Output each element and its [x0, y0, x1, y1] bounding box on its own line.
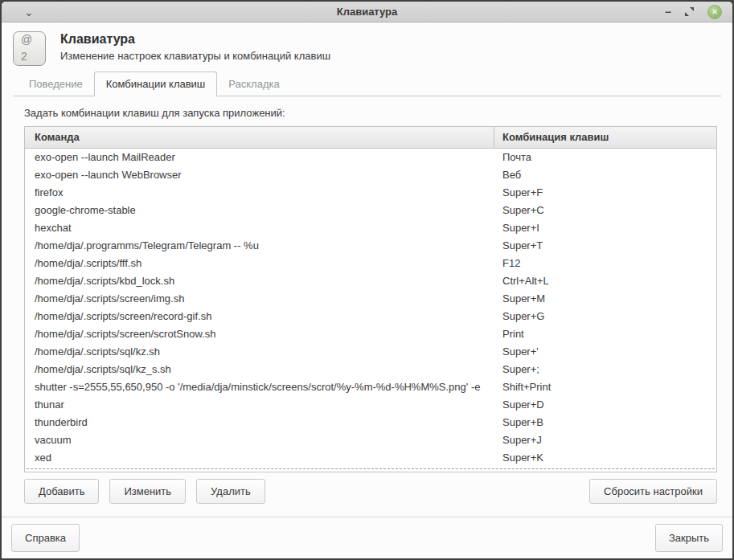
- command-cell: xed: [25, 449, 494, 467]
- keyboard-settings-window: ⌄ Клавиатура − ✕ @ 2 Клавиатура Изменени…: [0, 0, 734, 560]
- help-button[interactable]: Справка: [11, 524, 80, 552]
- command-cell: hexchat: [25, 219, 494, 237]
- tab-shortcuts[interactable]: Комбинации клавиш: [94, 72, 218, 96]
- command-cell: vacuum: [25, 431, 494, 449]
- key-icon-bottom-glyph: 2: [21, 50, 45, 64]
- command-cell: /home/dja/.programms/Telegram/Telegram -…: [25, 237, 494, 255]
- command-cell: exo-open --launch MailReader: [25, 149, 494, 166]
- table-actions: Добавить Изменить Удалить Сбросить настр…: [24, 479, 717, 504]
- table-row[interactable]: xedSuper+K: [25, 449, 716, 467]
- table-row[interactable]: thunarSuper+D: [25, 396, 716, 414]
- table-row[interactable]: /home/dja/.scripts/sql/kz_s.shSuper+;: [25, 361, 716, 378]
- command-cell: /home/dja/.scripts/screen/scrotSnow.sh: [25, 325, 494, 343]
- add-button[interactable]: Добавить: [24, 479, 99, 504]
- shortcut-cell: Super+D: [494, 396, 716, 414]
- table-header-row: Команда Комбинация клавиш: [25, 127, 716, 149]
- command-cell: thunderbird: [25, 414, 494, 431]
- tab-bar: Поведение Комбинации клавиш Раскладка: [13, 72, 721, 96]
- shortcut-cell: Print: [494, 325, 716, 343]
- shortcut-cell: Super+B: [494, 414, 716, 431]
- close-icon[interactable]: ✕: [707, 5, 722, 19]
- table-row[interactable]: /home/dja/.scripts/kbd_lock.shCtrl+Alt+L: [25, 272, 716, 290]
- command-cell: /home/dja/.scripts/sql/kz.sh: [25, 343, 494, 361]
- table-row[interactable]: vacuumSuper+J: [25, 431, 716, 449]
- column-header-shortcut[interactable]: Комбинация клавиш: [494, 127, 716, 148]
- table-row[interactable]: thunderbirdSuper+B: [25, 414, 716, 431]
- page-header: @ 2 Клавиатура Изменение настроек клавиа…: [2, 22, 732, 70]
- keyboard-key-icon: @ 2: [13, 31, 46, 66]
- table-row[interactable]: /home/dja/.scripts/screen/img.shSuper+M: [25, 290, 716, 308]
- minimize-icon[interactable]: −: [665, 8, 671, 16]
- command-cell: /home/dja/.scripts/kbd_lock.sh: [25, 272, 494, 290]
- shortcut-cell: Веб: [494, 166, 716, 184]
- reset-settings-button[interactable]: Сбросить настройки: [589, 479, 717, 504]
- shortcut-cell: Super+F: [494, 184, 716, 202]
- dialog-footer: Справка Закрыть: [2, 517, 732, 558]
- actions-spacer: [276, 479, 579, 504]
- table-row[interactable]: shutter -s=2555,55,650,950 -o '/media/dj…: [25, 378, 716, 396]
- shortcut-cell: Shift+Print: [494, 378, 716, 396]
- table-row[interactable]: firefoxSuper+F: [25, 184, 716, 202]
- command-cell: thunar: [25, 396, 494, 414]
- table-row[interactable]: /home/dja/.scripts/sql/kz.shSuper+': [25, 343, 716, 361]
- shortcut-cell: Почта: [494, 149, 716, 166]
- edit-button[interactable]: Изменить: [109, 479, 186, 504]
- window-controls: − ✕: [665, 2, 722, 22]
- shortcut-cell: Super+I: [494, 219, 716, 237]
- table-row[interactable]: exo-open --launch MailReaderПочта: [25, 149, 716, 166]
- shortcut-cell: Super+M: [494, 290, 716, 308]
- command-cell: google-chrome-stable: [25, 202, 494, 219]
- table-row[interactable]: hexchatSuper+I: [25, 219, 716, 237]
- column-header-command[interactable]: Команда: [25, 127, 494, 148]
- focus-dashed-line: [27, 468, 715, 469]
- remove-button[interactable]: Удалить: [196, 479, 265, 504]
- command-cell: firefox: [25, 184, 494, 202]
- table-row[interactable]: google-chrome-stableSuper+C: [25, 202, 716, 219]
- command-cell: /home/dja/.scripts/screen/record-gif.sh: [25, 308, 494, 325]
- table-row[interactable]: exo-open --launch WebBrowserВеб: [25, 166, 716, 184]
- table-row[interactable]: /home/dja/.scripts/screen/scrotSnow.shPr…: [25, 325, 716, 343]
- shortcut-cell: Super+': [494, 343, 716, 361]
- tab-behavior[interactable]: Поведение: [18, 73, 94, 96]
- command-cell: exo-open --launch WebBrowser: [25, 166, 494, 184]
- table-body: exo-open --launch MailReaderПочтаexo-ope…: [25, 149, 716, 467]
- command-cell: /home/dja/.scripts/sql/kz_s.sh: [25, 361, 494, 378]
- page-title: Клавиатура: [60, 31, 330, 47]
- command-cell: /home/dja/.scripts/fff.sh: [25, 255, 494, 272]
- shortcut-cell: Super+J: [494, 431, 716, 449]
- key-icon-top-glyph: @: [21, 33, 45, 47]
- shortcut-cell: Super+T: [494, 237, 716, 255]
- shortcut-cell: F12: [494, 255, 716, 272]
- shortcuts-panel: Задать комбинации клавиш для запуска при…: [2, 96, 732, 504]
- table-row[interactable]: /home/dja/.scripts/screen/record-gif.shS…: [25, 308, 716, 325]
- shortcut-cell: Super+C: [494, 202, 716, 219]
- shortcut-cell: Super+G: [494, 308, 716, 325]
- table-row[interactable]: /home/dja/.scripts/fff.shF12: [25, 255, 716, 272]
- table-description: Задать комбинации клавиш для запуска при…: [24, 107, 717, 119]
- shortcuts-table[interactable]: Команда Комбинация клавиш exo-open --lau…: [24, 126, 717, 472]
- page-subtitle: Изменение настроек клавиатуры и комбинац…: [60, 50, 330, 62]
- table-row[interactable]: /home/dja/.programms/Telegram/Telegram -…: [25, 237, 716, 255]
- tab-layout[interactable]: Раскладка: [217, 73, 290, 96]
- command-cell: shutter -s=2555,55,650,950 -o '/media/dj…: [25, 378, 494, 396]
- command-cell: /home/dja/.scripts/screen/img.sh: [25, 290, 494, 308]
- titlebar[interactable]: ⌄ Клавиатура − ✕: [2, 2, 732, 22]
- shortcut-cell: Super+K: [494, 449, 716, 467]
- restore-icon[interactable]: [685, 7, 694, 16]
- close-dialog-button[interactable]: Закрыть: [655, 524, 723, 552]
- shortcut-cell: Super+;: [494, 361, 716, 378]
- shortcut-cell: Ctrl+Alt+L: [494, 272, 716, 290]
- window-title: Клавиатура: [2, 2, 732, 22]
